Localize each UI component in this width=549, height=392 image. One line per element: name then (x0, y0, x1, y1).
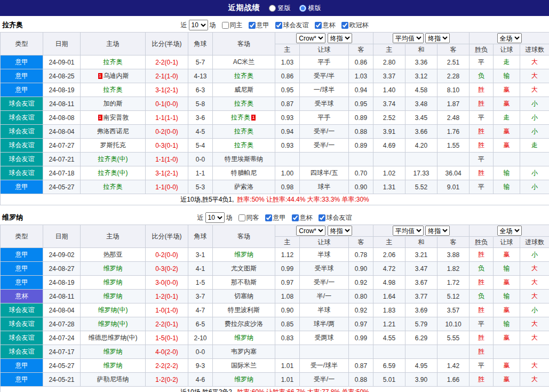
euro-odds-away: 3.57 (437, 303, 470, 317)
away-team-link[interactable]: 尤文图斯 (231, 265, 257, 272)
checkbox-input[interactable] (292, 214, 299, 221)
euro-avg-select[interactable]: 平均值 (393, 33, 424, 43)
away-team-link[interactable]: 拉齐奥 (234, 100, 253, 107)
home-team-link[interactable]: 弗洛西诺尼 (97, 127, 129, 135)
filter-checkbox-2[interactable]: 意杯 (292, 213, 313, 222)
view-option-horizontal[interactable]: 横版 (299, 4, 321, 13)
home-team-cell: 拉齐奥 (81, 180, 146, 194)
filter-checkbox-3[interactable]: 球会友谊 (319, 213, 352, 222)
view-option-vertical[interactable]: 竖版 (269, 4, 291, 13)
league-badge: 意甲 (1, 83, 43, 97)
filter-checkbox-2[interactable]: 球会友谊 (275, 21, 309, 30)
filter-checkbox-0[interactable]: 同主 (222, 21, 243, 30)
away-team-link[interactable]: 维罗纳 (234, 251, 253, 258)
away-team-link[interactable]: 拉齐奥 (234, 127, 253, 135)
filter-checkbox-4[interactable]: 欧冠杯 (341, 21, 369, 30)
bookmaker-select[interactable]: Crow* (296, 226, 325, 236)
filter-checkbox-1[interactable]: 意甲 (249, 21, 269, 30)
home-team-link[interactable]: 加的斯 (104, 100, 123, 107)
asian-stage-select[interactable]: 终指 (328, 226, 352, 236)
away-team-link[interactable]: 拉齐奥 (231, 114, 250, 121)
recent-count-select[interactable]: 10 (189, 20, 208, 30)
home-team-link[interactable]: 南安普敦 (104, 114, 129, 121)
euro-odds-home: 1.64 (373, 290, 405, 303)
checkbox-input[interactable] (275, 22, 282, 29)
asian-odds-handicap: 受半/一 (300, 276, 349, 290)
checkbox-input[interactable] (315, 22, 322, 29)
home-team-link[interactable]: 拉齐奥 (104, 86, 123, 93)
asian-odds-away: 0.89 (349, 139, 373, 153)
filter-checkbox-1[interactable]: 意甲 (265, 213, 286, 222)
home-team-link[interactable]: 热那亚 (104, 251, 123, 258)
checkbox-input[interactable] (319, 214, 325, 221)
match-date-cell: 24-07-27 (43, 139, 81, 153)
away-team-link[interactable]: 维罗纳 (234, 334, 253, 341)
result-cell: 胜 (470, 303, 494, 317)
scope-select[interactable]: 全场 (497, 33, 522, 43)
euro-stage-select[interactable]: 终指 (425, 226, 450, 236)
away-team-link[interactable]: 拉齐奥 (234, 141, 253, 149)
handicap-result-cell: 输 (494, 317, 520, 331)
horizontal-radio[interactable] (299, 5, 306, 12)
result-cell: 胜 (470, 345, 494, 359)
away-team-link[interactable]: 切塞纳 (234, 292, 253, 300)
sub-th-away-odds: 客 (349, 44, 373, 55)
home-team-link[interactable]: 拉齐奥(中) (98, 169, 128, 177)
handicap-result-cell: 赢 (494, 373, 520, 387)
filter-checkbox-3[interactable]: 意杯 (315, 21, 336, 30)
home-team-link[interactable]: 乌迪内斯 (104, 72, 129, 79)
euro-odds-away: 1.87 (437, 97, 470, 111)
euro-odds-home: 2.06 (373, 248, 405, 262)
away-team-cell: 拉齐奥 (213, 139, 275, 153)
home-team-link[interactable]: 维罗纳 (104, 348, 123, 355)
away-team-link[interactable]: 特里波利斯 (228, 306, 260, 314)
away-team-link[interactable]: 维罗纳 (234, 375, 253, 383)
checkbox-input[interactable] (249, 22, 256, 29)
checkbox-input[interactable] (341, 22, 348, 29)
col-header-home: 主场 (81, 225, 146, 248)
checkbox-input[interactable] (265, 214, 272, 221)
home-team-link[interactable]: 维德思维罗纳(中) (89, 334, 138, 341)
euro-avg-select[interactable]: 平均值 (393, 226, 424, 236)
away-team-link[interactable]: 国际米兰 (231, 362, 257, 369)
away-team-link[interactable]: 韦罗内塞 (231, 348, 257, 355)
home-team-cell: 维德思维罗纳(中) (81, 331, 146, 345)
asian-stage-select[interactable]: 终指 (328, 33, 352, 43)
scope-select[interactable]: 全场 (497, 226, 522, 236)
corner-cell: 1-5 (188, 276, 213, 290)
result-cell: 胜 (470, 331, 494, 345)
home-team-link[interactable]: 萨勒尼塔纳 (97, 375, 129, 383)
home-team-link[interactable]: 拉齐奥(中) (98, 155, 128, 163)
score-cell: 1-2(0-1) (146, 290, 188, 303)
home-team-link[interactable]: 拉齐奥 (104, 183, 123, 190)
home-team-link[interactable]: 维罗纳 (104, 278, 123, 286)
home-team-link[interactable]: 维罗纳(中) (98, 306, 128, 314)
recent-count-select[interactable]: 10 (205, 212, 225, 223)
away-team-link[interactable]: 费拉尔皮沙洛 (225, 320, 263, 327)
checkbox-input[interactable] (238, 214, 245, 221)
vertical-radio[interactable] (269, 5, 276, 12)
match-date-cell: 24-08-04 (43, 125, 81, 139)
euro-stage-select[interactable]: 终指 (425, 33, 450, 43)
away-team-link[interactable]: AC米兰 (233, 58, 255, 66)
asian-odds-handicap: 受半/一 (300, 373, 349, 387)
away-team-link[interactable]: 特里埃斯蒂纳 (225, 155, 263, 163)
away-team-link[interactable]: 那不勒斯 (231, 278, 257, 286)
home-team-link[interactable]: 维罗纳(中) (98, 320, 128, 327)
filter-checkbox-0[interactable]: 同客 (238, 213, 259, 222)
bookmaker-select[interactable]: Crow* (296, 33, 325, 43)
away-team-link[interactable]: 威尼斯 (234, 86, 253, 93)
away-team-link[interactable]: 特腊帕尼 (231, 169, 257, 177)
league-badge: 球会友谊 (1, 153, 43, 166)
away-team-link[interactable]: 拉齐奥 (234, 72, 253, 79)
away-team-link[interactable]: 萨索洛 (234, 183, 253, 190)
home-team-link[interactable]: 维罗纳 (104, 265, 123, 272)
match-date-cell: 24-07-24 (43, 331, 81, 345)
euro-odds-home: 3.74 (373, 97, 405, 111)
home-team-link[interactable]: 罗斯托克 (100, 141, 126, 149)
checkbox-input[interactable] (222, 22, 229, 29)
home-team-link[interactable]: 维罗纳 (104, 292, 123, 300)
euro-odds-home: 1.21 (373, 317, 405, 331)
home-team-link[interactable]: 维罗纳 (104, 362, 123, 369)
home-team-link[interactable]: 拉齐奥 (104, 58, 123, 66)
